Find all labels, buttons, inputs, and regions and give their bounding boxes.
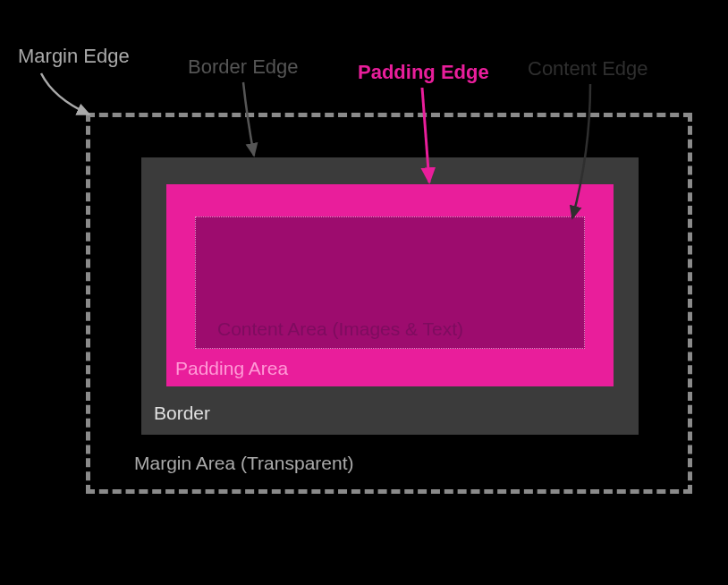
border-caption: Border (154, 403, 210, 424)
margin-edge-label: Margin Edge (18, 45, 130, 68)
margin-area-caption: Margin Area (Transparent) (134, 453, 354, 474)
content-edge-label: Content Edge (528, 57, 648, 81)
border-edge-label: Border Edge (188, 55, 299, 79)
content-area-caption: Content Area (Images & Text) (217, 318, 463, 340)
margin-edge-arrow (41, 73, 89, 114)
padding-edge-label: Padding Edge (358, 61, 489, 84)
padding-area-caption: Padding Area (175, 358, 288, 379)
